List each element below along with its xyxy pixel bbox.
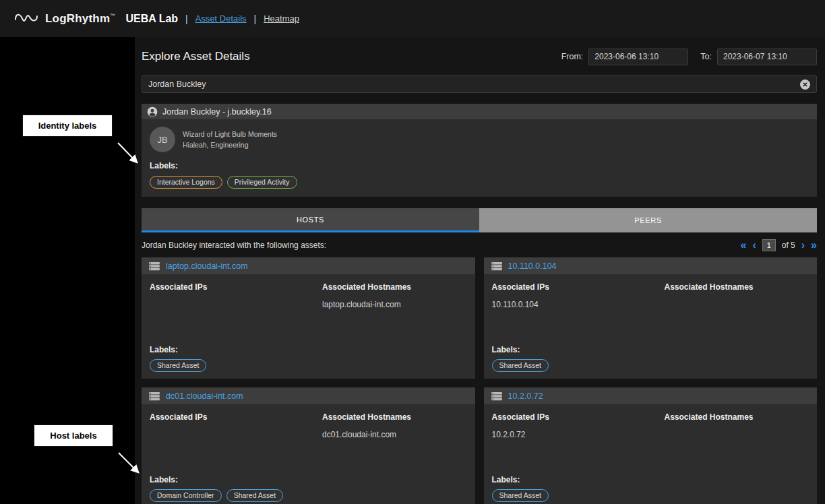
server-icon bbox=[148, 261, 160, 271]
label-pill-shared-asset: Shared Asset bbox=[492, 359, 549, 372]
search-bar: ✕ bbox=[142, 75, 817, 93]
from-date-input[interactable] bbox=[588, 49, 688, 65]
search-input[interactable] bbox=[148, 80, 800, 89]
results-intro-text: Jordan Buckley interacted with the follo… bbox=[142, 241, 326, 250]
results-header-row: Jordan Buckley interacted with the follo… bbox=[142, 239, 817, 251]
card-labels-heading: Labels: bbox=[492, 345, 809, 354]
asset-card: dc01.cloudai-int.com Associated IPs Asso… bbox=[142, 387, 475, 504]
avatar: JB bbox=[150, 127, 175, 152]
nav-separator: | bbox=[185, 13, 188, 24]
identity-panel: Jordan Buckley - j.buckley.16 JB Wizard … bbox=[142, 104, 817, 197]
associated-ip-value: 10.110.0.104 bbox=[492, 300, 665, 309]
card-labels: Shared Asset bbox=[492, 359, 809, 372]
date-range: From: To: bbox=[561, 49, 817, 65]
card-labels-heading: Labels: bbox=[150, 345, 467, 354]
prev-page-icon[interactable]: ‹ bbox=[752, 240, 756, 251]
label-pill-privileged-activity: Privileged Activity bbox=[227, 176, 297, 189]
from-label: From: bbox=[561, 52, 584, 61]
identity-panel-header: Jordan Buckley - j.buckley.16 bbox=[142, 104, 817, 119]
asset-card-body: Associated IPs Associated Hostnames lapt… bbox=[142, 274, 475, 379]
associated-ips-header: Associated IPs bbox=[492, 282, 665, 292]
page-title: Explore Asset Details bbox=[142, 50, 250, 63]
label-pill-interactive-logons: Interactive Logons bbox=[150, 176, 222, 189]
asset-card-body: Associated IPs 10.2.0.72 Associated Host… bbox=[484, 404, 818, 504]
current-page-indicator: 1 bbox=[762, 239, 776, 251]
asset-link[interactable]: 10.2.0.72 bbox=[508, 391, 543, 401]
asset-link[interactable]: laptop.cloudai-int.com bbox=[166, 261, 248, 271]
associated-ips-header: Associated IPs bbox=[150, 282, 322, 292]
main-region: Explore Asset Details From: To: ✕ bbox=[0, 37, 825, 504]
asset-card: 10.2.0.72 Associated IPs 10.2.0.72 Assoc… bbox=[484, 387, 818, 504]
associated-hostname-value bbox=[665, 430, 809, 439]
tab-hosts[interactable]: HOSTS bbox=[142, 208, 479, 232]
associated-hostnames-header: Associated Hostnames bbox=[322, 282, 467, 292]
asset-link[interactable]: 10.110.0.104 bbox=[508, 261, 557, 271]
nav-link-heatmap[interactable]: Heatmap bbox=[264, 13, 299, 24]
label-pill-shared-asset: Shared Asset bbox=[150, 359, 206, 372]
asset-card-header: laptop.cloudai-int.com bbox=[142, 257, 475, 274]
asset-card-body: Associated IPs Associated Hostnames dc01… bbox=[142, 404, 475, 504]
identity-labels: Interactive Logons Privileged Activity bbox=[150, 176, 809, 189]
last-page-icon[interactable]: » bbox=[811, 240, 817, 251]
logrhythm-logo-icon bbox=[15, 11, 38, 27]
tab-peers[interactable]: PEERS bbox=[479, 208, 817, 232]
asset-card-header: dc01.cloudai-int.com bbox=[142, 387, 475, 404]
card-labels: Shared Asset bbox=[492, 489, 809, 502]
annotation-identity-labels: Identity labels bbox=[22, 115, 113, 137]
card-labels: Shared Asset bbox=[150, 359, 467, 372]
asset-card-header: 10.2.0.72 bbox=[484, 387, 818, 404]
card-labels: Domain Controller Shared Asset bbox=[150, 489, 467, 502]
identity-job-title: Wizard of Light Bulb Moments bbox=[183, 129, 277, 139]
associated-hostname-value: dc01.cloudai-int.com bbox=[322, 430, 467, 439]
associated-ip-value bbox=[150, 430, 322, 439]
to-label: To: bbox=[700, 52, 712, 61]
content-area: Explore Asset Details From: To: ✕ bbox=[135, 37, 825, 504]
title-row: Explore Asset Details From: To: bbox=[142, 45, 817, 68]
identity-location-dept: Hialeah, Engineering bbox=[183, 139, 277, 150]
identity-panel-body: JB Wizard of Light Bulb Moments Hialeah,… bbox=[142, 119, 817, 197]
top-navbar: LogRhythm™ UEBA Lab | Asset Details | He… bbox=[0, 0, 825, 37]
label-pill-shared-asset: Shared Asset bbox=[226, 489, 283, 502]
associated-hostnames-header: Associated Hostnames bbox=[665, 412, 809, 422]
clear-search-icon[interactable]: ✕ bbox=[800, 80, 810, 90]
server-icon bbox=[491, 261, 503, 271]
associated-hostname-value: laptop.cloudai-int.com bbox=[322, 300, 467, 309]
asset-card-header: 10.110.0.104 bbox=[484, 257, 818, 274]
card-labels-heading: Labels: bbox=[150, 475, 467, 484]
label-pill-shared-asset: Shared Asset bbox=[492, 489, 549, 502]
nav-separator: | bbox=[254, 13, 257, 24]
app-title: UEBA Lab bbox=[125, 13, 178, 25]
first-page-icon[interactable]: « bbox=[741, 240, 747, 251]
identity-subtitle: Wizard of Light Bulb Moments Hialeah, En… bbox=[183, 129, 277, 151]
asset-card: laptop.cloudai-int.com Associated IPs As… bbox=[142, 257, 475, 379]
associated-ips-header: Associated IPs bbox=[492, 412, 665, 422]
asset-card: 10.110.0.104 Associated IPs 10.110.0.104… bbox=[484, 257, 818, 379]
card-labels-heading: Labels: bbox=[492, 475, 809, 484]
asset-cards-grid: laptop.cloudai-int.com Associated IPs As… bbox=[142, 257, 817, 504]
tabs-bar: HOSTS PEERS bbox=[142, 208, 817, 232]
pagination: « ‹ 1 of 5 › » bbox=[741, 239, 817, 251]
identity-header-title: Jordan Buckley - j.buckley.16 bbox=[162, 107, 272, 117]
trademark-mark: ™ bbox=[110, 13, 115, 19]
next-page-icon[interactable]: › bbox=[801, 240, 805, 251]
server-icon bbox=[491, 391, 503, 401]
page-count-label: of 5 bbox=[782, 241, 795, 250]
annotation-host-labels: Host labels bbox=[34, 424, 113, 447]
brand-name: LogRhythm™ bbox=[45, 12, 115, 26]
nav-link-asset-details[interactable]: Asset Details bbox=[195, 13, 247, 24]
identity-labels-heading: Labels: bbox=[150, 161, 809, 170]
associated-ip-value: 10.2.0.72 bbox=[492, 430, 665, 439]
asset-link[interactable]: dc01.cloudai-int.com bbox=[166, 391, 243, 401]
associated-hostnames-header: Associated Hostnames bbox=[322, 412, 467, 422]
associated-ips-header: Associated IPs bbox=[150, 412, 322, 422]
server-icon bbox=[148, 391, 160, 401]
person-icon bbox=[147, 106, 158, 117]
label-pill-domain-controller: Domain Controller bbox=[150, 489, 222, 502]
associated-hostname-value bbox=[665, 300, 809, 309]
asset-card-body: Associated IPs 10.110.0.104 Associated H… bbox=[484, 274, 818, 379]
associated-ip-value bbox=[150, 300, 322, 309]
associated-hostnames-header: Associated Hostnames bbox=[665, 282, 809, 292]
to-date-input[interactable] bbox=[717, 49, 817, 65]
